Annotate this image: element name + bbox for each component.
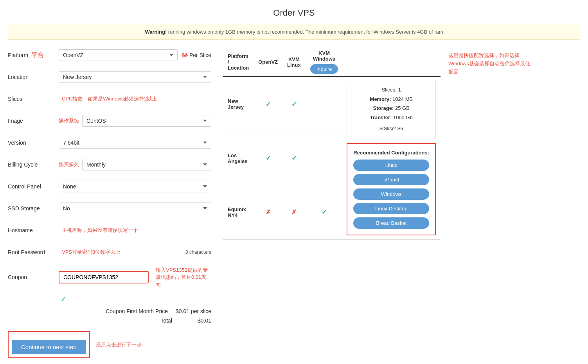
billing-select[interactable]: Monthly Quarterly Semi-Annually Annually xyxy=(82,159,211,170)
coupon-annotation: 输入VPS1352提供的专属优惠码，首月0.01美元 xyxy=(156,267,211,288)
platform-price: $6 xyxy=(182,52,188,58)
coupon-row: Coupon 输入VPS1352提供的专属优惠码，首月0.01美元 xyxy=(8,267,211,288)
ssd-select[interactable]: No Yes xyxy=(59,203,211,214)
check-icon: ✓ xyxy=(291,155,297,161)
coupon-first-month-value: $0.01 per slice xyxy=(176,308,211,314)
config-bread-basket-btn[interactable]: Bread Basket xyxy=(353,217,429,229)
check-icon: ✓ xyxy=(266,101,271,108)
total-section: Coupon First Month Price $0.01 per slice… xyxy=(8,307,211,325)
pricing-table: Platform/Location OpenVZ KVMLinux KVMWin… xyxy=(223,48,441,240)
location-select[interactable]: New Jersey Los Angeles Equinix NY4 xyxy=(59,71,211,83)
config-linux-btn[interactable]: Linux xyxy=(353,160,429,171)
control-row: Control Panel None cPanel Plesk xyxy=(8,179,211,194)
la-openvz: ✓ xyxy=(254,131,282,185)
info-col-header xyxy=(343,48,441,77)
billing-label-container: Billing Cycle xyxy=(8,161,59,168)
coupon-check-icon: ✓ xyxy=(61,295,67,303)
page-title: Order VPS xyxy=(0,0,588,24)
info-memory-label: Memory: xyxy=(370,96,391,102)
coupon-first-month-label: Coupon First Month Price xyxy=(106,308,168,314)
coupon-label: Coupon xyxy=(8,274,59,280)
password-label: Root Password xyxy=(8,249,59,255)
total-row: Total $0.01 xyxy=(8,316,211,325)
image-label: Image xyxy=(8,118,23,124)
password-chars: 8 characters xyxy=(185,249,211,255)
version-label: Version xyxy=(8,140,59,146)
check-icon: ✓ xyxy=(291,101,297,108)
side-annotation: 这里是快捷配置选择，如果选择Windows就会选择自动替你选择最低配置 xyxy=(448,52,534,76)
check-icon: ✓ xyxy=(322,209,327,215)
hostname-row: Hostname 主机名称，如果没有随便填写一个 xyxy=(8,223,211,238)
cross-icon: ✗ xyxy=(291,209,297,215)
info-transfer-label: Transfer: xyxy=(370,115,392,120)
billing-cn: 购买多久 xyxy=(59,161,79,168)
info-storage-val: 25 GB xyxy=(395,105,410,111)
cross-icon: ✗ xyxy=(266,209,271,215)
password-row: Root Password VPS登录密码8位数字以上 8 characters xyxy=(8,245,211,260)
config-cpanel-btn[interactable]: cPanel xyxy=(353,174,429,185)
right-panel: Platform/Location OpenVZ KVMLinux KVMWin… xyxy=(223,48,580,240)
config-title: Recommended Configurations: xyxy=(353,150,429,156)
platform-label-cn: 平台 xyxy=(31,52,44,58)
coupon-input[interactable] xyxy=(59,271,149,283)
config-box: Recommended Configurations: Linux cPanel… xyxy=(347,143,436,235)
info-slices: Slices: 1 xyxy=(353,86,430,94)
control-label: Control Panel xyxy=(8,183,59,190)
col-kvm-windows: KVMWindows Inquire xyxy=(306,48,343,77)
ssd-row: SSD Storage No Yes xyxy=(8,201,211,216)
location-equinix: EquinixNY4 xyxy=(223,185,254,239)
eq-kvm-linux: ✗ xyxy=(282,185,306,239)
pricing-table-section: Platform/Location OpenVZ KVMLinux KVMWin… xyxy=(223,48,441,240)
location-row: Location New Jersey Los Angeles Equinix … xyxy=(8,70,211,84)
info-memory-val: 1024 MB xyxy=(392,96,413,102)
la-kvm-windows xyxy=(306,131,343,185)
version-row: Version 7 64bit 6 64bit 6 32bit xyxy=(8,135,211,150)
image-label-container: Image xyxy=(8,118,59,124)
hostname-annotation: 主机名称，如果没有随便填写一个 xyxy=(62,227,138,234)
nj-kvm-windows xyxy=(306,77,343,131)
image-label-cn: 操作系统 xyxy=(59,117,79,124)
warning-text: running windows on only 1GB memory is no… xyxy=(167,29,443,35)
continue-annotation: 最后点击进行下一步 xyxy=(96,341,142,348)
col-platform-loc: Platform/Location xyxy=(223,48,254,77)
inquire-button[interactable]: Inquire xyxy=(310,64,338,74)
eq-kvm-windows: ✓ xyxy=(306,185,343,239)
total-value: $0.01 xyxy=(180,317,211,324)
info-price: $/Slice: $6 xyxy=(353,125,430,133)
kvm-windows-label: KVMWindows xyxy=(313,50,335,62)
platform-select[interactable]: OpenVZ KVM Linux KVM Windows xyxy=(59,49,178,61)
location-new-jersey: NewJersey xyxy=(223,77,254,131)
password-annotation: VPS登录密码8位数字以上 xyxy=(62,249,120,256)
location-los-angeles: LosAngeles xyxy=(223,131,254,185)
eq-openvz: ✗ xyxy=(254,185,282,239)
warning-banner: Warning! running windows on only 1GB mem… xyxy=(8,24,580,40)
platform-row: Platform 平台 OpenVZ KVM Linux KVM Windows… xyxy=(8,48,211,63)
platform-label-container: Platform 平台 xyxy=(8,51,59,59)
info-box: Slices: 1 Memory: 1024 MB Storage: 25 GB… xyxy=(347,81,436,139)
check-icon: ✓ xyxy=(266,155,271,161)
continue-button[interactable]: Continue to next step xyxy=(12,340,86,354)
location-label: Location xyxy=(8,74,59,80)
info-storage-label: Storage: xyxy=(373,105,394,111)
config-linux-desktop-btn[interactable]: Linux Desktop xyxy=(353,203,429,214)
la-kvm-linux: ✓ xyxy=(282,131,306,185)
image-select[interactable]: CentOS Ubuntu Debian Windows xyxy=(82,115,211,127)
info-transfer-val: 1000 Gb xyxy=(393,115,413,120)
slices-annotation: CPU核数，如果是Windows必须选择2以上 xyxy=(62,95,157,102)
warning-bold: Warning! xyxy=(145,29,167,35)
version-select[interactable]: 7 64bit 6 64bit 6 32bit xyxy=(59,137,211,149)
nj-openvz: ✓ xyxy=(254,77,282,131)
billing-label: Billing Cycle xyxy=(8,161,38,168)
coupon-first-month-row: Coupon First Month Price $0.01 per slice xyxy=(8,307,211,316)
table-row: NewJersey ✓ ✓ Slices: 1 Memory: 1024 MB … xyxy=(223,77,441,131)
ssd-label: SSD Storage xyxy=(8,205,59,212)
nj-kvm-linux: ✓ xyxy=(282,77,306,131)
platform-label: Platform xyxy=(8,52,28,58)
config-windows-btn[interactable]: Windows xyxy=(353,188,429,200)
image-row: Image 操作系统 CentOS Ubuntu Debian Windows xyxy=(8,113,211,128)
per-slice-label: Per Slice xyxy=(189,52,211,58)
control-select[interactable]: None cPanel Plesk xyxy=(59,181,211,192)
slices-label: Slices xyxy=(8,96,59,102)
col-openvz: OpenVZ xyxy=(254,48,282,77)
slices-row: Slices CPU核数，如果是Windows必须选择2以上 xyxy=(8,91,211,106)
